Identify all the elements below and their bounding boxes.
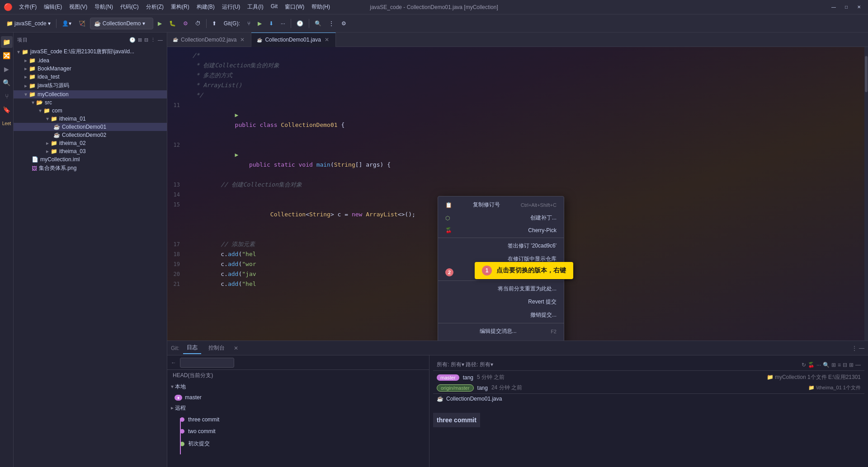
- more-icon[interactable]: ···: [816, 362, 821, 368]
- coverage-button[interactable]: ⚙: [180, 17, 191, 30]
- navigate-back-icon[interactable]: ←: [171, 360, 176, 366]
- debug-button[interactable]: 🐛: [166, 17, 179, 30]
- maximize-icon[interactable]: ⊞: [849, 362, 854, 368]
- user-button[interactable]: 👤▾: [59, 17, 74, 30]
- ctx-reset-branch[interactable]: 将当前分支重置为此处...: [438, 282, 564, 295]
- git-more-button[interactable]: ···: [278, 17, 288, 30]
- minimize-button[interactable]: —: [828, 3, 839, 12]
- search-button[interactable]: 🔍: [312, 17, 324, 30]
- sidebar-icon-close[interactable]: —: [158, 37, 163, 43]
- git-push-button[interactable]: ▶: [255, 17, 264, 30]
- more-actions-button[interactable]: ⋮: [326, 17, 337, 30]
- tree-iml[interactable]: 📄 myCollection.iml: [14, 155, 167, 163]
- menu-refactor[interactable]: 重构(R): [168, 2, 192, 12]
- more-icon[interactable]: ⋮: [852, 345, 857, 351]
- tab-log[interactable]: 日志: [183, 342, 201, 354]
- ctx-create-patch[interactable]: ⬡ 创建补丁...: [438, 211, 564, 224]
- maximize-button[interactable]: □: [841, 3, 852, 12]
- run-arrow-icon[interactable]: ▶: [235, 151, 239, 158]
- menu-window[interactable]: 窗口(W): [282, 2, 307, 12]
- activity-git[interactable]: ⑂: [1, 90, 13, 102]
- tree-itheima03[interactable]: ▸ 📁 itheima_03: [14, 147, 167, 155]
- run-arrow-icon[interactable]: ▶: [235, 112, 239, 118]
- menu-analyze[interactable]: 分析(Z): [143, 2, 166, 12]
- menu-build[interactable]: 构建(B): [194, 2, 217, 12]
- tree-itheima01[interactable]: ▾ 📁 itheima_01: [14, 115, 167, 123]
- sidebar-icon-expand[interactable]: ⊞: [138, 37, 142, 43]
- expand-icon[interactable]: ⊟: [843, 362, 847, 368]
- menu-code[interactable]: 代码(C): [118, 2, 142, 12]
- sidebar-icon-more[interactable]: ⋮: [151, 37, 156, 43]
- commit-row-first[interactable]: 初次提交: [176, 437, 429, 450]
- close-tab-icon[interactable]: ✕: [234, 345, 238, 351]
- run-config-selector[interactable]: ☕ CollectionDemo ▾: [90, 18, 153, 29]
- activity-bookmark[interactable]: 🔖: [1, 104, 13, 116]
- tree-collectiondemo01[interactable]: ☕ CollectionDemo01: [14, 123, 167, 131]
- git-branches-button[interactable]: ⑂: [245, 17, 253, 30]
- ctx-undo-commit[interactable]: 撤销提交...: [438, 308, 564, 322]
- activity-run[interactable]: ▶: [1, 63, 13, 75]
- tab-collectiondemo02[interactable]: ☕ CollectionDemo02.java ✕: [167, 33, 251, 47]
- tree-png[interactable]: 🖼 集合类体系.png: [14, 163, 167, 173]
- vcs-button[interactable]: ⬆: [209, 17, 219, 30]
- tree-javasources[interactable]: ▸ 📁 java练习源码: [14, 81, 167, 90]
- history-button[interactable]: 🕐: [294, 17, 306, 30]
- ctx-fixup[interactable]: 修复...: [438, 338, 564, 341]
- run-button[interactable]: ▶: [155, 17, 165, 30]
- tree-collectiondemo02[interactable]: ☕ CollectionDemo02: [14, 131, 167, 139]
- arrow-button[interactable]: 🏹: [76, 17, 88, 30]
- tab-close-button[interactable]: ✕: [324, 37, 330, 43]
- ctx-cherry-pick[interactable]: 🍒 Cherry-Pick: [438, 224, 564, 236]
- tree-idea[interactable]: ▸ 📁 .idea: [14, 56, 167, 65]
- tab-close-button[interactable]: ✕: [239, 37, 245, 43]
- menu-navigate[interactable]: 导航(N): [92, 2, 116, 12]
- menu-tools[interactable]: 工具(I): [245, 2, 266, 12]
- commit-row-three[interactable]: three commit: [176, 414, 429, 425]
- layout-icon[interactable]: ⊞: [831, 362, 836, 368]
- search-icon[interactable]: 🔍: [823, 362, 830, 368]
- tab-collectiondemo01[interactable]: ☕ CollectionDemo01.java ✕: [251, 33, 335, 47]
- refresh-icon[interactable]: ↻: [802, 362, 806, 368]
- settings-button[interactable]: ⚙: [339, 17, 349, 30]
- activity-search[interactable]: 🔍: [1, 77, 13, 89]
- close-icon[interactable]: —: [855, 362, 861, 368]
- tree-itheima02[interactable]: ▸ 📁 itheima_02: [14, 139, 167, 147]
- menu-edit[interactable]: 编辑(E): [41, 2, 65, 12]
- menu-file[interactable]: 文件(F): [16, 2, 39, 12]
- tab-console[interactable]: 控制台: [205, 342, 228, 354]
- project-button[interactable]: 📁 javaSE_code ▾: [4, 17, 53, 30]
- filter-label[interactable]: 所有: 所有▾ 路径: 所有▾: [437, 361, 493, 369]
- tree-src[interactable]: ▾ 📂 src: [14, 98, 167, 107]
- menu-bar[interactable]: 文件(F) 编辑(E) 视图(V) 导航(N) 代码(C) 分析(Z) 重构(R…: [16, 2, 333, 12]
- ctx-checkout[interactable]: 签出修订 '20cad9c6': [438, 239, 564, 252]
- menu-view[interactable]: 视图(V): [66, 2, 90, 12]
- activity-vcs[interactable]: 🔀: [1, 50, 13, 61]
- git-pull-button[interactable]: ⬇: [266, 17, 276, 30]
- sidebar-icon-collapse[interactable]: ⊟: [144, 37, 149, 43]
- tree-bookmanager[interactable]: ▸ 📁 BookManager: [14, 65, 167, 73]
- git-search-input[interactable]: [180, 358, 234, 368]
- close-button[interactable]: ✕: [854, 3, 864, 12]
- commit-row-two[interactable]: two commit: [176, 425, 429, 437]
- tree-ideatest[interactable]: ▸ 📁 idea_test: [14, 73, 167, 81]
- filter-icon[interactable]: ≡: [838, 362, 841, 368]
- master-branch[interactable]: ♦ master: [167, 392, 429, 402]
- ctx-revert[interactable]: Revert 提交: [438, 295, 564, 308]
- minimize-icon[interactable]: —: [859, 345, 864, 351]
- menu-git[interactable]: Git: [268, 2, 280, 12]
- file-change-java[interactable]: ☕ CollectionDemo01.java: [433, 394, 864, 404]
- editor-content[interactable]: /* * 创建Collection集合的对象 * 多态的方式 * ArrayLi…: [167, 47, 868, 341]
- activity-leetcode[interactable]: Leet: [1, 117, 13, 129]
- profile-button[interactable]: ⏱: [193, 17, 203, 30]
- tree-mycollection[interactable]: ▾ 📁 myCollection: [14, 90, 167, 98]
- window-controls[interactable]: — □ ✕: [828, 3, 864, 12]
- menu-help[interactable]: 帮助(H): [309, 2, 333, 12]
- ctx-copy-revision[interactable]: 📋 复制修订号 Ctrl+Alt+Shift+C: [438, 198, 564, 211]
- tree-root[interactable]: ▾ 📁 javaSE_code E:\应用21301唐辉阳\java\ld...: [14, 47, 167, 56]
- sidebar-icon-recent[interactable]: 🕐: [129, 37, 136, 43]
- ctx-edit-message[interactable]: 编辑提交消息... F2: [438, 325, 564, 338]
- tree-com[interactable]: ▾ 📁 com: [14, 107, 167, 115]
- menu-run[interactable]: 运行(U): [219, 2, 243, 12]
- activity-project[interactable]: 📁: [1, 36, 13, 48]
- cherry-pick-icon[interactable]: 🍒: [808, 362, 815, 368]
